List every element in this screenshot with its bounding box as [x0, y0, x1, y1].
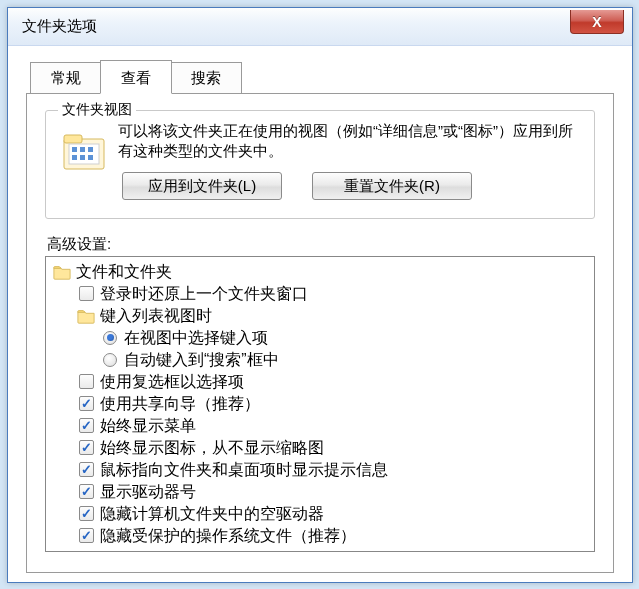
folder-icon: [76, 307, 96, 325]
tree-item-label: 自动键入到“搜索”框中: [124, 349, 279, 371]
svg-rect-8: [88, 155, 93, 160]
checkbox[interactable]: [79, 484, 94, 499]
tree-row[interactable]: 隐藏计算机文件夹中的空驱动器: [50, 503, 590, 525]
checkbox-icon: [76, 439, 96, 457]
advanced-settings-label: 高级设置:: [47, 235, 595, 254]
tab-search[interactable]: 搜索: [170, 62, 242, 94]
tab-general[interactable]: 常规: [30, 62, 102, 94]
checkbox[interactable]: [79, 440, 94, 455]
tree-row[interactable]: 显示驱动器号: [50, 481, 590, 503]
tree-item-label: 键入列表视图时: [100, 305, 212, 327]
tree-row[interactable]: 在视图中选择键入项: [50, 327, 590, 349]
radio[interactable]: [103, 331, 117, 345]
tree-item-label: 始终显示菜单: [100, 415, 196, 437]
reset-btn-label: 重置文件夹(R): [344, 177, 440, 194]
tab-strip: 常规 查看 搜索: [30, 60, 614, 93]
checkbox[interactable]: [79, 506, 94, 521]
checkbox-icon: [76, 505, 96, 523]
svg-rect-6: [72, 155, 77, 160]
radio[interactable]: [103, 353, 117, 367]
folder-icon: [52, 263, 72, 281]
tree-item-label: 在视图中选择键入项: [124, 327, 268, 349]
tree-item-label: 使用复选框以选择项: [100, 371, 244, 393]
client-area: 常规 查看 搜索 文件夹视图: [8, 46, 632, 582]
tree-item-label: 登录时还原上一个文件夹窗口: [100, 283, 308, 305]
checkbox[interactable]: [79, 418, 94, 433]
tree-item-label: 隐藏计算机文件夹中的空驱动器: [100, 503, 324, 525]
checkbox-icon: [76, 285, 96, 303]
group-legend: 文件夹视图: [58, 101, 136, 119]
svg-rect-4: [80, 147, 85, 152]
tree-row[interactable]: 鼠标指向文件夹和桌面项时显示提示信息: [50, 459, 590, 481]
folder-views-icon: [60, 129, 108, 177]
checkbox-icon: [76, 417, 96, 435]
tree-item-label: 始终显示图标，从不显示缩略图: [100, 437, 324, 459]
tree-row[interactable]: 使用复选框以选择项: [50, 371, 590, 393]
tree-item-label: 使用共享向导（推荐）: [100, 393, 260, 415]
svg-rect-1: [64, 135, 82, 143]
folder-options-dialog: 文件夹选项 X 常规 查看 搜索 文件夹视图: [7, 7, 633, 583]
reset-folders-button[interactable]: 重置文件夹(R): [312, 172, 472, 200]
tree-row[interactable]: 自动键入到“搜索”框中: [50, 349, 590, 371]
radio-icon: [100, 351, 120, 369]
checkbox[interactable]: [79, 374, 94, 389]
dialog-title: 文件夹选项: [22, 17, 97, 36]
checkbox-icon: [76, 395, 96, 413]
tree-row[interactable]: 隐藏受保护的操作系统文件（推荐）: [50, 525, 590, 547]
svg-rect-7: [80, 155, 85, 160]
checkbox-icon: [76, 373, 96, 391]
tree-item-label: 文件和文件夹: [76, 261, 172, 283]
tree-row: 文件和文件夹: [50, 261, 590, 283]
tree-item-label: 显示驱动器号: [100, 481, 196, 503]
svg-rect-3: [72, 147, 77, 152]
group-description: 可以将该文件夹正在使用的视图（例如“详细信息”或“图标”）应用到所有这种类型的文…: [118, 121, 580, 162]
checkbox[interactable]: [79, 396, 94, 411]
close-icon: X: [592, 14, 601, 30]
tree-row[interactable]: 始终显示菜单: [50, 415, 590, 437]
checkbox[interactable]: [79, 528, 94, 543]
tab-general-label: 常规: [51, 69, 81, 86]
checkbox-icon: [76, 483, 96, 501]
folder-view-group: 文件夹视图 可以将该文: [45, 110, 595, 219]
checkbox-icon: [76, 527, 96, 545]
tree-item-label: 隐藏受保护的操作系统文件（推荐）: [100, 525, 356, 547]
tab-view[interactable]: 查看: [100, 60, 172, 94]
tab-search-label: 搜索: [191, 69, 221, 86]
titlebar[interactable]: 文件夹选项 X: [8, 8, 632, 46]
checkbox[interactable]: [79, 462, 94, 477]
advanced-settings-treeview[interactable]: 文件和文件夹登录时还原上一个文件夹窗口键入列表视图时在视图中选择键入项自动键入到…: [45, 256, 595, 552]
tab-panel-view: 文件夹视图 可以将该文: [26, 93, 614, 573]
tree-row[interactable]: 登录时还原上一个文件夹窗口: [50, 283, 590, 305]
tab-view-label: 查看: [121, 69, 151, 86]
checkbox[interactable]: [79, 286, 94, 301]
apply-btn-label: 应用到文件夹(L): [148, 177, 256, 194]
tree-row: 键入列表视图时: [50, 305, 590, 327]
tree-item-label: 鼠标指向文件夹和桌面项时显示提示信息: [100, 459, 388, 481]
apply-to-folders-button[interactable]: 应用到文件夹(L): [122, 172, 282, 200]
close-button[interactable]: X: [570, 10, 624, 34]
svg-rect-5: [88, 147, 93, 152]
checkbox-icon: [76, 461, 96, 479]
tree-row[interactable]: 使用共享向导（推荐）: [50, 393, 590, 415]
radio-icon: [100, 329, 120, 347]
tree-row[interactable]: 始终显示图标，从不显示缩略图: [50, 437, 590, 459]
